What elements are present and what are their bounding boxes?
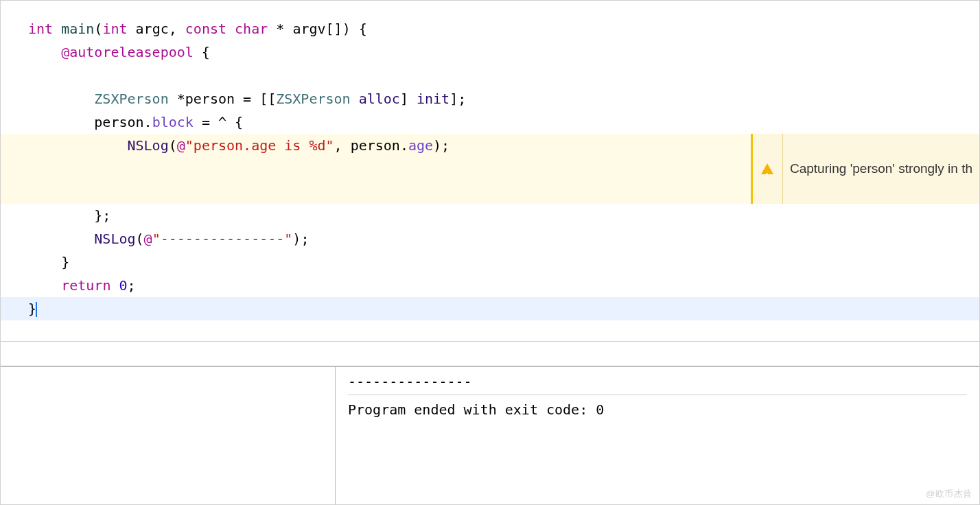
console-line: --------------- xyxy=(348,370,967,393)
type-zsxperson: ZSXPerson xyxy=(94,91,168,107)
console-output[interactable]: --------------- Program ended with exit … xyxy=(336,367,979,505)
warning-badge[interactable]: Capturing 'person' strongly in th xyxy=(751,134,979,204)
warning-text: Capturing 'person' strongly in th xyxy=(783,157,979,180)
text-cursor xyxy=(36,302,37,317)
code-line-cursor: } xyxy=(1,297,979,320)
debug-area: --------------- Program ended with exit … xyxy=(1,366,979,505)
console-separator xyxy=(348,395,967,395)
code-line: ZSXPerson *person = [[ZSXPerson alloc] i… xyxy=(1,87,979,110)
code-line-warning: NSLog(@"person.age is %d", person.age); … xyxy=(1,134,979,204)
code-editor[interactable]: int main(int argc, const char * argv[]) … xyxy=(1,1,979,342)
variables-view[interactable] xyxy=(1,367,336,505)
code-line: int main(int argc, const char * argv[]) … xyxy=(1,17,979,40)
code-line: } xyxy=(1,250,979,274)
code-line: }; xyxy=(1,204,979,227)
code-line xyxy=(1,64,979,87)
watermark: @欧币杰昔 xyxy=(926,488,972,500)
console-line: Program ended with exit code: 0 xyxy=(348,398,967,421)
divider-strip xyxy=(1,342,979,366)
call-nslog: NSLog xyxy=(128,137,169,154)
code-line: person.block = ^ { xyxy=(1,110,979,134)
warning-icon xyxy=(753,134,783,204)
code-line: @autoreleasepool { xyxy=(1,40,979,64)
code-line: return 0; xyxy=(1,274,979,297)
kw-autoreleasepool: @autoreleasepool xyxy=(61,44,194,60)
call-nslog: NSLog xyxy=(94,231,135,247)
kw-int: int xyxy=(28,21,53,37)
code-line: NSLog(@"---------------"); xyxy=(1,227,979,250)
func-main: main xyxy=(61,21,94,37)
